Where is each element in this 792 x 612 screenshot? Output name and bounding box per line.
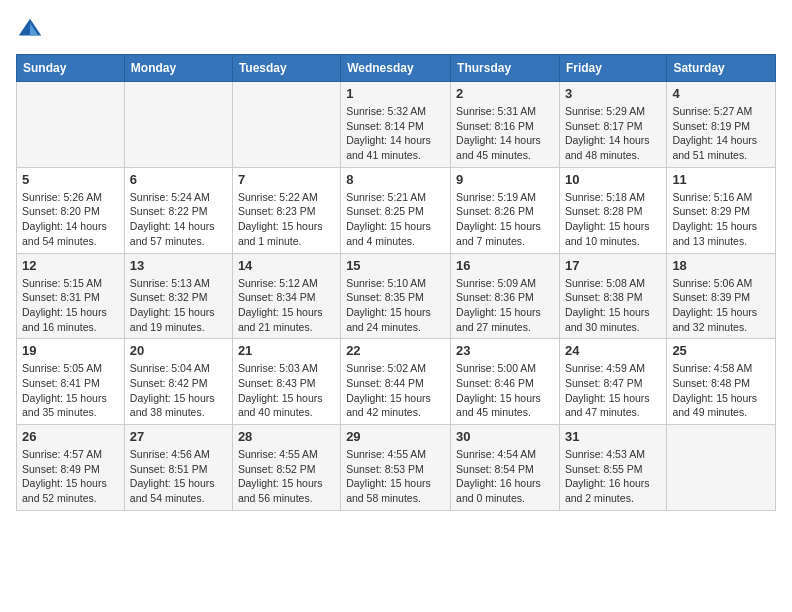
day-number: 17: [565, 258, 661, 273]
day-header-wednesday: Wednesday: [341, 55, 451, 82]
day-info: Sunrise: 5:18 AMSunset: 8:28 PMDaylight:…: [565, 190, 661, 249]
week-row: 1Sunrise: 5:32 AMSunset: 8:14 PMDaylight…: [17, 82, 776, 168]
day-number: 6: [130, 172, 227, 187]
day-info: Sunrise: 5:21 AMSunset: 8:25 PMDaylight:…: [346, 190, 445, 249]
day-number: 5: [22, 172, 119, 187]
day-number: 24: [565, 343, 661, 358]
calendar-cell: 3Sunrise: 5:29 AMSunset: 8:17 PMDaylight…: [559, 82, 666, 168]
day-info: Sunrise: 5:24 AMSunset: 8:22 PMDaylight:…: [130, 190, 227, 249]
day-number: 11: [672, 172, 770, 187]
day-info: Sunrise: 5:12 AMSunset: 8:34 PMDaylight:…: [238, 276, 335, 335]
week-row: 19Sunrise: 5:05 AMSunset: 8:41 PMDayligh…: [17, 339, 776, 425]
day-info: Sunrise: 5:04 AMSunset: 8:42 PMDaylight:…: [130, 361, 227, 420]
day-number: 9: [456, 172, 554, 187]
day-header-saturday: Saturday: [667, 55, 776, 82]
week-row: 5Sunrise: 5:26 AMSunset: 8:20 PMDaylight…: [17, 167, 776, 253]
day-info: Sunrise: 5:13 AMSunset: 8:32 PMDaylight:…: [130, 276, 227, 335]
calendar-cell: 31Sunrise: 4:53 AMSunset: 8:55 PMDayligh…: [559, 425, 666, 511]
calendar-cell: 1Sunrise: 5:32 AMSunset: 8:14 PMDaylight…: [341, 82, 451, 168]
day-info: Sunrise: 5:08 AMSunset: 8:38 PMDaylight:…: [565, 276, 661, 335]
day-info: Sunrise: 4:57 AMSunset: 8:49 PMDaylight:…: [22, 447, 119, 506]
calendar-cell: 16Sunrise: 5:09 AMSunset: 8:36 PMDayligh…: [451, 253, 560, 339]
calendar-table: SundayMondayTuesdayWednesdayThursdayFrid…: [16, 54, 776, 511]
day-number: 3: [565, 86, 661, 101]
calendar-cell: 20Sunrise: 5:04 AMSunset: 8:42 PMDayligh…: [124, 339, 232, 425]
day-number: 7: [238, 172, 335, 187]
day-info: Sunrise: 5:22 AMSunset: 8:23 PMDaylight:…: [238, 190, 335, 249]
day-number: 8: [346, 172, 445, 187]
calendar-cell: [667, 425, 776, 511]
day-number: 10: [565, 172, 661, 187]
calendar-cell: 9Sunrise: 5:19 AMSunset: 8:26 PMDaylight…: [451, 167, 560, 253]
day-number: 18: [672, 258, 770, 273]
calendar-cell: 15Sunrise: 5:10 AMSunset: 8:35 PMDayligh…: [341, 253, 451, 339]
calendar-cell: 23Sunrise: 5:00 AMSunset: 8:46 PMDayligh…: [451, 339, 560, 425]
day-number: 25: [672, 343, 770, 358]
logo: [16, 16, 48, 44]
day-number: 13: [130, 258, 227, 273]
day-info: Sunrise: 5:26 AMSunset: 8:20 PMDaylight:…: [22, 190, 119, 249]
day-number: 15: [346, 258, 445, 273]
day-header-friday: Friday: [559, 55, 666, 82]
day-info: Sunrise: 4:55 AMSunset: 8:52 PMDaylight:…: [238, 447, 335, 506]
calendar-cell: 29Sunrise: 4:55 AMSunset: 8:53 PMDayligh…: [341, 425, 451, 511]
header: [16, 16, 776, 44]
day-number: 28: [238, 429, 335, 444]
calendar-cell: 2Sunrise: 5:31 AMSunset: 8:16 PMDaylight…: [451, 82, 560, 168]
calendar-cell: 19Sunrise: 5:05 AMSunset: 8:41 PMDayligh…: [17, 339, 125, 425]
week-row: 26Sunrise: 4:57 AMSunset: 8:49 PMDayligh…: [17, 425, 776, 511]
calendar-cell: 21Sunrise: 5:03 AMSunset: 8:43 PMDayligh…: [232, 339, 340, 425]
day-number: 22: [346, 343, 445, 358]
calendar-cell: 24Sunrise: 4:59 AMSunset: 8:47 PMDayligh…: [559, 339, 666, 425]
day-number: 30: [456, 429, 554, 444]
day-header-sunday: Sunday: [17, 55, 125, 82]
calendar-cell: 27Sunrise: 4:56 AMSunset: 8:51 PMDayligh…: [124, 425, 232, 511]
day-info: Sunrise: 4:58 AMSunset: 8:48 PMDaylight:…: [672, 361, 770, 420]
calendar-cell: 22Sunrise: 5:02 AMSunset: 8:44 PMDayligh…: [341, 339, 451, 425]
calendar-cell: [232, 82, 340, 168]
day-info: Sunrise: 5:27 AMSunset: 8:19 PMDaylight:…: [672, 104, 770, 163]
calendar-cell: 12Sunrise: 5:15 AMSunset: 8:31 PMDayligh…: [17, 253, 125, 339]
day-info: Sunrise: 5:32 AMSunset: 8:14 PMDaylight:…: [346, 104, 445, 163]
day-info: Sunrise: 4:55 AMSunset: 8:53 PMDaylight:…: [346, 447, 445, 506]
calendar-cell: [17, 82, 125, 168]
calendar-cell: [124, 82, 232, 168]
day-header-tuesday: Tuesday: [232, 55, 340, 82]
day-info: Sunrise: 5:02 AMSunset: 8:44 PMDaylight:…: [346, 361, 445, 420]
day-number: 27: [130, 429, 227, 444]
calendar-cell: 13Sunrise: 5:13 AMSunset: 8:32 PMDayligh…: [124, 253, 232, 339]
day-number: 2: [456, 86, 554, 101]
calendar-cell: 18Sunrise: 5:06 AMSunset: 8:39 PMDayligh…: [667, 253, 776, 339]
week-row: 12Sunrise: 5:15 AMSunset: 8:31 PMDayligh…: [17, 253, 776, 339]
day-info: Sunrise: 5:15 AMSunset: 8:31 PMDaylight:…: [22, 276, 119, 335]
day-number: 29: [346, 429, 445, 444]
calendar-cell: 14Sunrise: 5:12 AMSunset: 8:34 PMDayligh…: [232, 253, 340, 339]
header-row: SundayMondayTuesdayWednesdayThursdayFrid…: [17, 55, 776, 82]
calendar-cell: 25Sunrise: 4:58 AMSunset: 8:48 PMDayligh…: [667, 339, 776, 425]
calendar-cell: 11Sunrise: 5:16 AMSunset: 8:29 PMDayligh…: [667, 167, 776, 253]
calendar-cell: 4Sunrise: 5:27 AMSunset: 8:19 PMDaylight…: [667, 82, 776, 168]
day-header-thursday: Thursday: [451, 55, 560, 82]
day-info: Sunrise: 4:56 AMSunset: 8:51 PMDaylight:…: [130, 447, 227, 506]
calendar-cell: 10Sunrise: 5:18 AMSunset: 8:28 PMDayligh…: [559, 167, 666, 253]
day-info: Sunrise: 5:19 AMSunset: 8:26 PMDaylight:…: [456, 190, 554, 249]
day-number: 19: [22, 343, 119, 358]
day-number: 21: [238, 343, 335, 358]
day-info: Sunrise: 5:29 AMSunset: 8:17 PMDaylight:…: [565, 104, 661, 163]
day-info: Sunrise: 5:31 AMSunset: 8:16 PMDaylight:…: [456, 104, 554, 163]
day-info: Sunrise: 5:09 AMSunset: 8:36 PMDaylight:…: [456, 276, 554, 335]
day-number: 23: [456, 343, 554, 358]
calendar-cell: 28Sunrise: 4:55 AMSunset: 8:52 PMDayligh…: [232, 425, 340, 511]
day-info: Sunrise: 5:03 AMSunset: 8:43 PMDaylight:…: [238, 361, 335, 420]
day-info: Sunrise: 5:10 AMSunset: 8:35 PMDaylight:…: [346, 276, 445, 335]
day-number: 31: [565, 429, 661, 444]
day-number: 16: [456, 258, 554, 273]
day-number: 1: [346, 86, 445, 101]
calendar-cell: 8Sunrise: 5:21 AMSunset: 8:25 PMDaylight…: [341, 167, 451, 253]
day-info: Sunrise: 4:53 AMSunset: 8:55 PMDaylight:…: [565, 447, 661, 506]
calendar-cell: 7Sunrise: 5:22 AMSunset: 8:23 PMDaylight…: [232, 167, 340, 253]
day-info: Sunrise: 5:05 AMSunset: 8:41 PMDaylight:…: [22, 361, 119, 420]
logo-icon: [16, 16, 44, 44]
day-info: Sunrise: 4:54 AMSunset: 8:54 PMDaylight:…: [456, 447, 554, 506]
day-number: 4: [672, 86, 770, 101]
